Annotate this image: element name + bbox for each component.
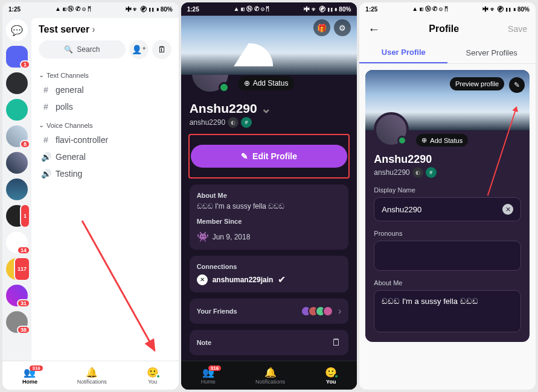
avatar-icon: 🙂 <box>325 367 337 378</box>
add-status-button[interactable]: ⊕Add Status <box>416 134 468 147</box>
dm-button[interactable]: 💬 <box>6 19 28 41</box>
category-voice[interactable]: ⌄Voice Channels <box>39 121 171 129</box>
server-item[interactable]: 1 <box>6 205 28 227</box>
chevron-down-icon[interactable]: ⌄ <box>261 101 272 116</box>
add-status-button[interactable]: ⊕Add Status <box>238 76 295 90</box>
about-text: ඩඩඩ I'm a sussy fella ඩඩඩ <box>197 202 342 210</box>
chevron-down-icon: ⌄ <box>39 121 44 129</box>
xbox-icon: ✕ <box>197 274 208 285</box>
note-card[interactable]: Note 🗒 <box>190 330 349 355</box>
screen-server-channels: 1:25 ▲ ◧ Ⓝ ✆ ⊙ ᛗ ✱ ᯤ ✆ ⫾⫾ ▮80% 💬 1 8 1 1… <box>2 2 179 390</box>
friend-avatars <box>304 306 333 317</box>
settings-button[interactable]: ⚙ <box>334 19 351 36</box>
chevron-right-icon: › <box>338 306 341 317</box>
server-item[interactable]: M117 <box>6 258 28 280</box>
status-time: 1:25 <box>365 6 377 13</box>
bell-icon: 🔔 <box>86 367 98 378</box>
tag-chip: # <box>241 117 252 128</box>
back-button[interactable]: ← <box>368 22 380 36</box>
username: anshu2290 <box>374 168 409 177</box>
server-item[interactable]: 38 <box>6 311 28 333</box>
server-title[interactable]: Test server › <box>39 24 171 35</box>
status-bar: 1:25 ▲ ◧ Ⓝ ✆ ⊙ ᛗ ✱ ᯤ ✆ ⫾⫾ ▮80% <box>359 2 536 16</box>
status-time: 1:25 <box>187 6 199 13</box>
about-me-label: About Me <box>374 279 521 286</box>
server-item[interactable] <box>6 152 28 174</box>
screen-profile: 1:25 ▲ ◧ Ⓝ ✆ ⊙ ᛗ ✱ ᯤ ✆ ⫾⫾ ▮80% 🎁 ⚙ ⊕Add … <box>181 2 357 390</box>
hash-icon: # <box>41 102 51 112</box>
avatar[interactable] <box>374 112 409 147</box>
channel-item[interactable]: 🔊General <box>39 148 171 165</box>
channel-item[interactable]: #flavi-controller <box>39 131 171 148</box>
connections-card[interactable]: Connections ✕ anshuman229jain ✔ <box>190 256 349 292</box>
search-icon: 🔍 <box>64 45 73 54</box>
member-since: Jun 9, 2018 <box>213 233 251 241</box>
hash-icon: # <box>41 135 51 145</box>
display-name: Anshu2290⌄ <box>190 101 349 116</box>
note-icon: 🗒 <box>331 337 341 348</box>
pronouns-label: Pronouns <box>374 230 521 237</box>
gift-button[interactable]: 🎁 <box>313 19 330 36</box>
display-name-label: Display Name <box>374 186 521 194</box>
nav-notifications[interactable]: 🔔 Notifications <box>77 367 107 385</box>
nav-you[interactable]: 🙂 You <box>147 367 159 385</box>
badge-chip: ◐ <box>412 167 423 178</box>
status-glyphs: ▲ ◧ Ⓝ ✆ ⊙ ᛗ <box>55 5 91 13</box>
about-label: About Me <box>197 192 342 199</box>
annotation-highlight: ✎Edit Profile <box>188 134 350 179</box>
speaker-icon: 🔊 <box>41 152 51 162</box>
invite-button[interactable]: 👤⁺ <box>129 40 149 59</box>
display-name-input[interactable]: Anshu2290 ✕ <box>374 197 521 221</box>
about-me-input[interactable]: ඩඩඩ I'm a sussy fella ඩඩඩ <box>374 290 521 332</box>
server-item[interactable] <box>6 99 28 121</box>
plus-icon: ⊕ <box>421 136 427 144</box>
username: anshu2290 <box>190 118 225 127</box>
tab-user-profile[interactable]: User Profile <box>359 42 447 63</box>
category-text[interactable]: ⌄Text Channels <box>39 71 171 79</box>
edit-profile-button[interactable]: ✎Edit Profile <box>191 145 348 168</box>
add-user-icon: 👤⁺ <box>132 45 146 54</box>
status-glyphs: ▲ ◧ Ⓝ ✆ ⊙ ᛗ <box>412 5 448 13</box>
edit-banner-button[interactable]: ✎ <box>509 77 525 93</box>
server-item[interactable] <box>6 72 28 94</box>
server-item[interactable]: 8 <box>6 125 28 147</box>
pronouns-input[interactable] <box>374 241 521 271</box>
connections-label: Connections <box>197 263 342 270</box>
bottom-nav: 👥316 Home 🔔 Notifications 🙂 You <box>181 361 357 390</box>
profile-tabs: User Profile Server Profiles <box>359 42 536 64</box>
plus-icon: ⊕ <box>244 79 250 87</box>
gear-icon: ⚙ <box>339 24 346 33</box>
clear-icon[interactable]: ✕ <box>502 204 513 215</box>
search-input[interactable]: 🔍 Search <box>39 40 126 58</box>
status-bar: 1:25 ▲ ◧ Ⓝ ✆ ⊙ ᛗ ✱ ᯤ ✆ ⫾⫾ ▮80% <box>2 2 179 16</box>
server-item[interactable]: 14 <box>6 232 28 253</box>
channel-item[interactable]: #general <box>39 81 171 98</box>
nav-notifications[interactable]: 🔔 Notifications <box>255 367 285 385</box>
channel-item[interactable]: 🔊Testing <box>39 165 171 182</box>
chat-icon: 💬 <box>11 25 23 36</box>
discord-icon: 👾 <box>197 231 209 242</box>
nav-home[interactable]: 👥316 Home <box>22 367 37 385</box>
tab-server-profiles[interactable]: Server Profiles <box>447 42 536 63</box>
gift-icon: 🎁 <box>317 24 327 33</box>
save-button[interactable]: Save <box>508 24 527 34</box>
tag-chip: # <box>426 167 437 178</box>
chevron-right-icon: › <box>92 24 95 35</box>
status-right: ✱ ᯤ ✆ ⫾⫾ ▮80% <box>304 6 351 13</box>
preview-profile-button[interactable]: Preview profile <box>450 77 504 90</box>
channel-item[interactable]: #polls <box>39 98 171 115</box>
nav-home[interactable]: 👥316 Home <box>201 367 216 385</box>
server-item[interactable] <box>6 179 28 200</box>
friends-label: Your Friends <box>197 308 237 315</box>
member-since-label: Member Since <box>197 218 342 225</box>
bell-icon: 🔔 <box>264 367 277 378</box>
friends-card[interactable]: Your Friends › <box>190 299 349 324</box>
pencil-icon: ✎ <box>241 151 248 161</box>
status-glyphs: ▲ ◧ Ⓝ ✆ ⊙ ᛗ <box>234 5 270 13</box>
events-button[interactable]: 🗓 <box>152 40 171 59</box>
home-icon: 👥316 <box>202 367 214 378</box>
server-item-selected[interactable]: 1 <box>6 46 28 68</box>
chevron-down-icon: ⌄ <box>39 71 44 79</box>
server-item[interactable]: 31 <box>6 285 28 306</box>
nav-you[interactable]: 🙂 You <box>325 367 337 385</box>
